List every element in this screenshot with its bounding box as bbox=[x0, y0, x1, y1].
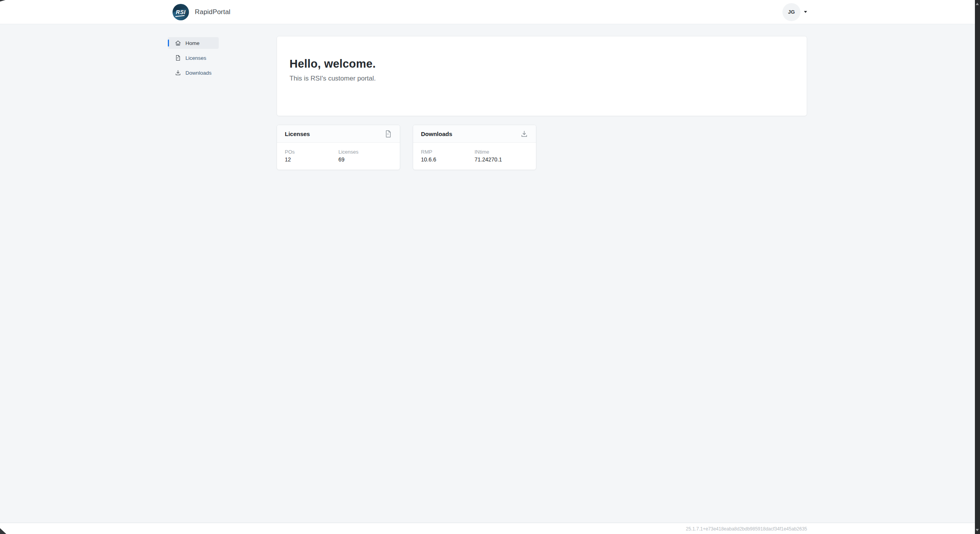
sidebar-item-label: Downloads bbox=[185, 70, 212, 76]
stat-label: Licenses bbox=[338, 149, 392, 155]
avatar[interactable]: JG bbox=[782, 3, 800, 21]
logo-text: RSI bbox=[176, 9, 186, 15]
stat-pos: POs 12 bbox=[285, 149, 338, 163]
footer-inner: 25.1.7.1+e73e418eaba8d2bdb985918dacf34f1… bbox=[168, 525, 807, 532]
stat-licenses: Licenses 69 bbox=[338, 149, 392, 163]
stat-value: 71.24270.1 bbox=[475, 156, 528, 163]
sidebar: Home Licenses bbox=[168, 36, 277, 170]
sidebar-item-label: Home bbox=[185, 40, 200, 46]
file-icon bbox=[385, 130, 392, 138]
top-header: RSI RapidPortal JG bbox=[0, 0, 975, 24]
sidebar-item-label: Licenses bbox=[185, 55, 206, 61]
sidebar-item-home[interactable]: Home bbox=[168, 37, 219, 49]
page-subtitle: This is RSI's customer portal. bbox=[290, 75, 794, 82]
stat-value: 12 bbox=[285, 156, 338, 163]
main-area: Home Licenses bbox=[0, 24, 975, 523]
vertical-scrollbar[interactable] bbox=[975, 0, 980, 534]
version-text: 25.1.7.1+e73e418eaba8d2bdb985918dacf34f1… bbox=[686, 526, 807, 532]
downloads-card-header: Downloads bbox=[413, 125, 536, 143]
sidebar-item-downloads[interactable]: Downloads bbox=[168, 67, 219, 79]
download-icon bbox=[175, 70, 181, 76]
sidebar-item-licenses[interactable]: Licenses bbox=[168, 52, 219, 64]
header-inner: RSI RapidPortal JG bbox=[168, 0, 807, 24]
summary-cards-row: Licenses POs bbox=[277, 125, 807, 170]
rsi-logo-icon: RSI bbox=[173, 4, 189, 20]
app-title: RapidPortal bbox=[195, 8, 230, 16]
page-title: Hello, welcome. bbox=[290, 57, 794, 70]
download-icon bbox=[520, 130, 528, 138]
scroll-down-icon[interactable] bbox=[976, 529, 979, 531]
page: RSI RapidPortal JG bbox=[0, 0, 975, 534]
footer: 25.1.7.1+e73e418eaba8d2bdb985918dacf34f1… bbox=[0, 523, 975, 534]
card-title: Licenses bbox=[285, 131, 310, 137]
stat-value: 69 bbox=[338, 156, 392, 163]
content-column: Hello, welcome. This is RSI's customer p… bbox=[277, 36, 807, 170]
stat-label: INtime bbox=[475, 149, 528, 155]
user-menu-button[interactable]: JG bbox=[782, 3, 807, 21]
stat-rmp: RMP 10.6.6 bbox=[421, 149, 475, 163]
stat-label: POs bbox=[285, 149, 338, 155]
content-container: Home Licenses bbox=[168, 24, 807, 170]
downloads-card[interactable]: Downloads RMP bbox=[413, 125, 536, 170]
licenses-card-body: POs 12 Licenses 69 bbox=[277, 143, 400, 170]
caret-down-icon[interactable] bbox=[804, 11, 807, 13]
home-icon bbox=[175, 40, 181, 46]
welcome-card: Hello, welcome. This is RSI's customer p… bbox=[277, 36, 807, 116]
stat-label: RMP bbox=[421, 149, 475, 155]
downloads-card-body: RMP 10.6.6 INtime 71.24270.1 bbox=[413, 143, 536, 170]
file-icon bbox=[175, 55, 181, 61]
licenses-card-header: Licenses bbox=[277, 125, 400, 143]
licenses-card[interactable]: Licenses POs bbox=[277, 125, 400, 170]
scroll-up-icon[interactable] bbox=[976, 3, 979, 5]
stat-intime: INtime 71.24270.1 bbox=[475, 149, 528, 163]
sidebar-nav: Home Licenses bbox=[168, 37, 219, 79]
brand[interactable]: RSI RapidPortal bbox=[173, 4, 230, 20]
card-title: Downloads bbox=[421, 131, 452, 137]
stat-value: 10.6.6 bbox=[421, 156, 475, 163]
